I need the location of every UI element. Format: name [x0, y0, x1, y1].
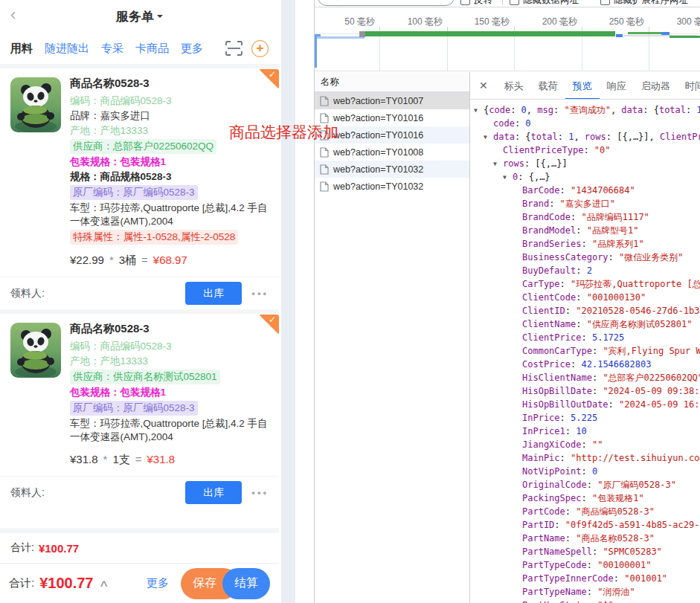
outbound-button[interactable]: 出库 — [185, 481, 242, 504]
json-row[interactable]: MainPic: "http://test.sihuiyun.com — [470, 451, 700, 465]
back-chevron-icon[interactable]: ‹ — [10, 6, 16, 24]
detail-tab-响应[interactable]: 响应 — [600, 72, 634, 100]
scan-icon[interactable] — [225, 41, 243, 56]
json-row[interactable]: BarCode: "1434706684" — [470, 184, 700, 197]
checkbox-3[interactable]: 隐藏扩展程序网址 — [600, 0, 688, 7]
checkbox-box[interactable] — [510, 0, 519, 5]
add-icon[interactable]: + — [251, 40, 269, 57]
json-token: : — [510, 105, 521, 115]
more-options-icon[interactable]: ••• — [251, 487, 269, 498]
network-request-row[interactable]: web?action=TY01008 — [315, 144, 469, 161]
product-field-soft-green: 编码：商品编码0528-3 — [70, 340, 269, 353]
request-name: web?action=TY01007 — [333, 96, 423, 106]
network-request-row[interactable]: web?action=TY01032 — [315, 161, 469, 178]
json-row[interactable]: PartTypeName: "润滑油" — [470, 585, 700, 599]
json-row[interactable]: CostPrice: 42.1546682803 — [470, 358, 700, 371]
json-row[interactable]: BuyDefault: 2 — [470, 264, 700, 277]
json-row[interactable]: ▼{code: 0, msg: "查询成功", data: {total: 1 — [470, 103, 700, 117]
json-row[interactable]: HisOpBillOutDate: "2024-05-09 16:38 — [470, 398, 700, 411]
network-request-row[interactable]: web?action=TY01032 — [315, 178, 469, 195]
json-row[interactable]: ClientPrice: 5.1725 — [470, 331, 700, 344]
tab-随进随出[interactable]: 随进随出 — [45, 42, 89, 56]
more-options-icon[interactable]: ••• — [251, 288, 269, 299]
checkout-button[interactable]: 结算 — [222, 568, 270, 599]
json-row[interactable]: HisOpBillDate: "2024-05-09 09:38:59 — [470, 384, 700, 398]
json-token: OriginalCode — [522, 480, 587, 490]
json-row[interactable]: BrandCode: "品牌编码1117" — [470, 210, 700, 224]
json-token: : — [560, 279, 571, 289]
network-request-row[interactable]: web?action=TY01007 — [315, 92, 469, 109]
json-token: , — [574, 132, 584, 142]
json-row[interactable]: PartNameSpell: "SPMC05283" — [470, 545, 700, 558]
expand-arrow-icon[interactable]: ▼ — [503, 171, 513, 184]
filter-input[interactable] — [318, 0, 455, 6]
divider-band — [0, 528, 279, 533]
product-image[interactable] — [10, 323, 61, 378]
json-row[interactable]: code: 0 — [470, 117, 700, 130]
json-token: PartUseState — [522, 600, 587, 603]
json-token: total — [531, 132, 558, 142]
tab-用料[interactable]: 用料 — [10, 42, 33, 56]
checkbox-2[interactable]: 隐藏数据网址 — [510, 0, 579, 7]
checkbox-box[interactable] — [600, 0, 610, 5]
product-card[interactable]: ✓ 商品名称0528-3编码：商品编码0528-3产地：产地13333供应商：供… — [0, 314, 279, 476]
json-row[interactable]: ClientName: "供应商名称测试052801" — [470, 317, 700, 331]
json-row[interactable]: ▼rows: [{,…}] — [470, 157, 700, 170]
json-row[interactable]: PartCode: "商品编码0528-3" — [470, 505, 700, 518]
json-row[interactable]: HisClientName: "总部客户02250602QQ" — [470, 371, 700, 384]
json-row[interactable]: InPrice1: 10 — [470, 425, 700, 438]
detail-tab-时间[interactable]: 时间 — [678, 72, 700, 100]
page-scrollbar-gutter[interactable] — [281, 0, 295, 603]
checkbox-1[interactable]: 反转 — [460, 0, 492, 7]
json-token: data — [493, 132, 515, 142]
json-row[interactable]: JiangXiCode: "" — [470, 438, 700, 451]
json-row[interactable]: PartTypeCode: "00100001" — [470, 558, 700, 572]
ruler-tick-label: 150 毫秒 — [475, 16, 514, 28]
detail-tab-启动器[interactable]: 启动器 — [634, 72, 678, 100]
json-row[interactable]: PartID: "0f9f42d5-a591-4b85-ac29-f — [470, 518, 700, 532]
json-row[interactable]: OriginalCode: "原厂编码0528-3" — [470, 478, 700, 491]
waterfall-overview[interactable] — [315, 30, 700, 39]
json-row[interactable]: BusinessCategory: "微信业务类别" — [470, 251, 700, 264]
outbound-button[interactable]: 出库 — [185, 282, 242, 305]
json-row[interactable]: BrandSeries: "品牌系列1" — [470, 237, 700, 251]
page-title[interactable]: 服务单 — [116, 8, 154, 25]
field-text: 车型：玛莎拉蒂,Quattroporte [总裁],4.2 手自一体变速器(AM… — [70, 418, 268, 442]
json-row[interactable]: ClientCode: "001000130" — [470, 291, 700, 304]
collapse-caret-icon[interactable]: ∧ — [99, 578, 109, 589]
product-field-soft-green: 产地：产地13333 — [70, 355, 269, 368]
expand-arrow-icon[interactable]: ▼ — [493, 158, 503, 171]
name-column-header[interactable]: 名称 — [315, 72, 469, 92]
more-link[interactable]: 更多 — [147, 576, 169, 590]
tab-更多[interactable]: 更多 — [181, 42, 203, 56]
json-row[interactable]: PartUseState: "A" — [470, 599, 700, 603]
tab-卡商品[interactable]: 卡商品 — [135, 42, 169, 56]
json-row[interactable]: ClientID: "20210528-0546-27d6-1b32- — [470, 304, 700, 317]
product-card[interactable]: ✓ 商品名称0528-3编码：商品编码0528-3品牌：嘉实多进口产地：产地13… — [0, 68, 279, 277]
json-row[interactable]: PartTypeInnerCode: "001001" — [470, 572, 700, 585]
json-row[interactable]: ▼0: {,…} — [470, 170, 700, 184]
json-token: , — [527, 105, 537, 115]
product-image[interactable] — [10, 77, 61, 132]
checkbox-box[interactable] — [460, 0, 470, 5]
json-row[interactable]: NotVipPoint: 0 — [470, 465, 700, 478]
expand-arrow-icon[interactable]: ▼ — [484, 131, 493, 144]
detail-tab-标头[interactable]: 标头 — [497, 72, 531, 100]
detail-tab-预览[interactable]: 预览 — [565, 72, 600, 100]
detail-tab-载荷[interactable]: 载荷 — [531, 72, 565, 100]
json-token: "SPMC05283" — [603, 546, 661, 557]
json-token: Brand — [522, 199, 549, 209]
json-row[interactable]: InPrice: 5.225 — [470, 411, 700, 425]
json-row[interactable]: CarType: "玛莎拉蒂,Quattroporte [总 — [470, 277, 700, 291]
expand-arrow-icon[interactable]: ▼ — [474, 104, 484, 117]
json-row[interactable]: PackingSpec: "包装规格1" — [470, 491, 700, 505]
tab-专采[interactable]: 专采 — [101, 42, 123, 56]
json-row[interactable]: ClientPriceType: "0" — [470, 144, 700, 157]
json-token: code — [489, 105, 510, 115]
json-row[interactable]: CommonCarType: "宾利,Flying Spur W — [470, 344, 700, 358]
json-row[interactable]: Brand: "嘉实多进口" — [470, 197, 700, 210]
close-icon[interactable]: ✕ — [479, 80, 488, 91]
json-row[interactable]: BrandModel: "品牌型号1" — [470, 224, 700, 237]
json-row[interactable]: PartName: "商品名称0528-3" — [470, 532, 700, 545]
json-row[interactable]: ▼data: {total: 1, rows: [{,…}], ClientPr — [470, 130, 700, 144]
